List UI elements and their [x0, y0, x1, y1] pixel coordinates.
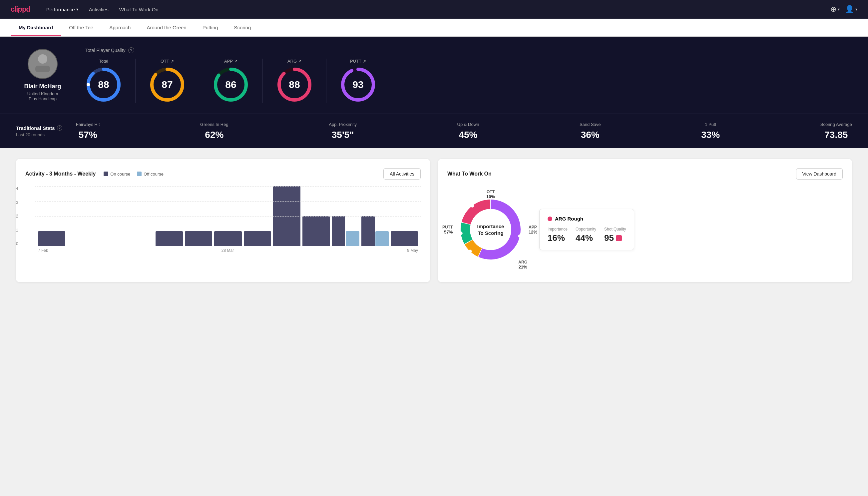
- plus-circle-icon: ⊕: [830, 5, 836, 14]
- bar-on-course-4: [156, 231, 183, 246]
- trend-icon-putt: ↗: [363, 59, 366, 64]
- main-content: Activity - 3 Months - Weekly On course O…: [0, 148, 868, 293]
- stat-value-gir: 62%: [200, 129, 228, 140]
- circle-app: 86: [212, 66, 249, 103]
- bar-on-course-11: [361, 216, 375, 246]
- legend-dot-off-course: [137, 172, 142, 176]
- activity-chart-title: Activity - 3 Months - Weekly: [25, 171, 96, 177]
- bar-group-5: [185, 231, 212, 246]
- svg-point-0: [38, 54, 47, 64]
- tab-bar: My Dashboard Off the Tee Approach Around…: [0, 19, 868, 37]
- logo[interactable]: clippd: [11, 5, 30, 14]
- trend-icon-app: ↗: [234, 59, 237, 64]
- score-cards: Total 88 OTT ↗: [85, 59, 852, 103]
- player-name: Blair McHarg: [24, 83, 61, 90]
- info-card-title: ARG Rough: [548, 216, 626, 221]
- score-card-arg: ARG ↗ 88: [263, 59, 327, 103]
- tab-scoring[interactable]: Scoring: [226, 19, 259, 36]
- score-label-app: APP ↗: [224, 59, 237, 64]
- help-icon[interactable]: ?: [128, 47, 134, 53]
- user-icon: 👤: [845, 5, 854, 14]
- bar-group-4: [156, 231, 183, 246]
- stat-name-fairways: Fairways Hit: [76, 122, 100, 127]
- nav-link-performance[interactable]: Performance ▾: [46, 7, 78, 12]
- score-card-putt: PUTT ↗ 93: [327, 59, 390, 103]
- down-badge: ↓: [616, 235, 622, 241]
- tab-putting[interactable]: Putting: [194, 19, 226, 36]
- stat-name-1putt: 1 Putt: [701, 122, 720, 127]
- tab-around-the-green[interactable]: Around the Green: [139, 19, 194, 36]
- user-button[interactable]: 👤 ▾: [845, 5, 857, 14]
- chevron-down-icon: ▾: [76, 7, 78, 12]
- circle-putt: 93: [340, 66, 376, 103]
- metric-value-opportunity: 44%: [575, 233, 596, 243]
- donut-dot-3: [471, 204, 474, 207]
- view-dashboard-button[interactable]: View Dashboard: [796, 168, 843, 180]
- legend-dot-on-course: [104, 172, 108, 176]
- score-label-arg: ARG ↗: [287, 59, 301, 64]
- bar-on-course-0: [38, 231, 65, 246]
- info-metric-shot-quality: Shot Quality 95 ↓: [604, 227, 626, 243]
- bar-group-0: [38, 231, 65, 246]
- tab-my-dashboard[interactable]: My Dashboard: [11, 19, 61, 36]
- tpq-label: Total Player Quality ?: [85, 47, 852, 53]
- bar-group-10: [332, 216, 359, 246]
- bar-on-course-6: [214, 231, 241, 246]
- segment-label-app: APP 12%: [528, 225, 537, 234]
- stat-scoring-avg: Scoring Average 73.85: [820, 122, 852, 140]
- stat-items: Fairways Hit 57% Greens In Reg 62% App. …: [76, 122, 852, 140]
- nav-link-what-to-work-on[interactable]: What To Work On: [119, 7, 159, 12]
- bar-group-11: [361, 216, 389, 246]
- bar-group-6: [214, 231, 241, 246]
- trad-help-icon[interactable]: ?: [57, 125, 62, 130]
- score-value-app: 86: [225, 79, 236, 90]
- score-value-ott: 87: [161, 79, 173, 90]
- score-label-ott: OTT ↗: [160, 59, 174, 64]
- traditional-stats-bar: Traditional Stats ? Last 20 rounds Fairw…: [0, 113, 868, 148]
- gridline: [35, 186, 421, 187]
- circle-arg: 88: [276, 66, 313, 103]
- bar-on-course-5: [185, 231, 212, 246]
- trad-stats-label: Traditional Stats ?: [16, 125, 76, 131]
- trad-label-section: Traditional Stats ? Last 20 rounds: [16, 125, 76, 137]
- svg-point-8: [150, 83, 154, 86]
- stat-value-fairways: 57%: [76, 129, 100, 140]
- score-label-total: Total: [99, 59, 108, 64]
- activity-legend: On course Off course: [104, 172, 163, 176]
- score-label-putt: PUTT ↗: [350, 59, 366, 64]
- stat-name-app-prox: App. Proximity: [329, 122, 357, 127]
- stat-name-scoring: Scoring Average: [820, 122, 852, 127]
- score-value-total: 88: [98, 79, 109, 90]
- wtwo-card-header: What To Work On View Dashboard: [447, 168, 843, 180]
- add-button[interactable]: ⊕ ▾: [830, 5, 840, 14]
- score-card-app: APP ↗ 86: [199, 59, 263, 103]
- tab-approach[interactable]: Approach: [101, 19, 139, 36]
- bar-group-12: [391, 231, 418, 246]
- score-value-putt: 93: [352, 79, 363, 90]
- activity-card-header: Activity - 3 Months - Weekly On course O…: [25, 168, 421, 180]
- stat-name-gir: Greens In Reg: [200, 122, 228, 127]
- info-metrics: Importance 16% Opportunity 44% Shot Qual…: [548, 227, 626, 243]
- all-activities-button[interactable]: All Activities: [383, 168, 421, 180]
- score-card-ott: OTT ↗ 87: [136, 59, 199, 103]
- bar-on-course-8: [273, 186, 300, 246]
- metric-label-opportunity: Opportunity: [575, 227, 596, 232]
- chart-area: 4 3 2 1 0 7 Feb: [25, 186, 421, 260]
- stat-value-scoring: 73.85: [820, 129, 852, 140]
- segment-label-ott: OTT 10%: [486, 189, 495, 199]
- nav-link-activities[interactable]: Activities: [89, 7, 109, 12]
- bar-group-8: [273, 186, 300, 246]
- stat-value-sand: 36%: [580, 129, 601, 140]
- wtwo-inner: ImportanceTo Scoring OTT 10% APP 12% ARG…: [447, 186, 843, 273]
- bar-group-7: [244, 231, 271, 246]
- stat-app-proximity: App. Proximity 35'5": [329, 122, 357, 140]
- stat-value-updown: 45%: [457, 129, 479, 140]
- donut-dot-0: [518, 234, 522, 238]
- player-country: United Kingdom: [27, 91, 58, 96]
- dashboard-header: Blair McHarg United Kingdom Plus Handica…: [0, 37, 868, 113]
- tab-off-the-tee[interactable]: Off the Tee: [61, 19, 101, 36]
- activity-chart-card: Activity - 3 Months - Weekly On course O…: [16, 159, 430, 282]
- svg-rect-2: [35, 66, 50, 72]
- donut-chart: ImportanceTo Scoring OTT 10% APP 12% ARG…: [447, 186, 534, 273]
- svg-point-11: [214, 83, 217, 86]
